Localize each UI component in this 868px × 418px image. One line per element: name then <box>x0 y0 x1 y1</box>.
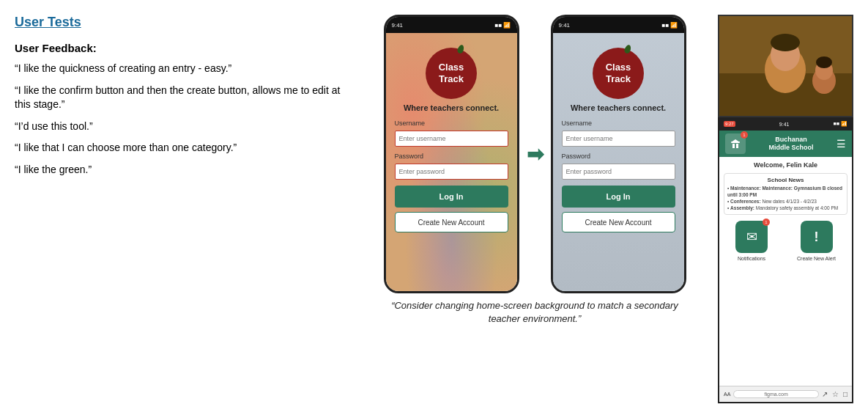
app-name-2: ClassTrack <box>606 62 631 84</box>
app-logo-2: ClassTrack <box>593 48 644 99</box>
phone2-time: 9:41 <box>559 22 571 29</box>
password-label-2: Password <box>562 153 675 160</box>
svg-marker-12 <box>731 139 740 142</box>
username-input-1[interactable] <box>395 131 508 147</box>
mob-badge: 1 <box>741 131 748 139</box>
notifications-badge: 1 <box>763 219 770 226</box>
create-account-button-1[interactable]: Create New Account <box>395 212 508 232</box>
svg-point-5 <box>771 34 800 51</box>
phone1-status-bar: 9:41 ■■ 📶 <box>386 17 517 33</box>
phones-row: 9:41 ■■ 📶 ClassTrack Where teachers conn… <box>384 15 686 293</box>
quote-2: “I like the confirm button and then the … <box>15 84 352 112</box>
mob-url-bar: AA figma.com ↗ ☆ □ <box>719 386 852 402</box>
mob-school-name: Buchanan Middle School <box>768 136 813 152</box>
user-tests-link[interactable]: User Tests <box>15 15 352 30</box>
phone1-signal: ■■ 📶 <box>495 22 511 29</box>
quote-5: “I like the green.” <box>15 163 352 177</box>
webcam-content <box>718 15 853 117</box>
create-alert-icon: ! <box>801 221 833 253</box>
username-label-2: Username <box>562 120 675 127</box>
mob-header: 1 Buchanan Middle School ☰ <box>719 131 852 157</box>
password-input-1[interactable] <box>395 164 508 180</box>
school-icon <box>730 139 741 149</box>
mob-news-item-2: • Conferences: New dates 4/1/23 - 4/2/23 <box>727 198 844 205</box>
svg-rect-10 <box>732 144 735 148</box>
feedback-heading: User Feedback: <box>15 42 352 54</box>
password-input-2[interactable] <box>562 164 675 180</box>
phone-2: 9:41 ■■ 📶 ClassTrack Where teachers conn… <box>551 15 686 293</box>
phone2-status-bar: 9:41 ■■ 📶 <box>553 17 684 33</box>
mob-news-item-3: • Assembly: Mandatory safety assembly at… <box>727 205 844 211</box>
quote-4: “I like that I can choose more than one … <box>15 141 352 155</box>
mob-status-bar: 9:27 9:41 ■■ 📶 <box>719 117 852 131</box>
username-input-2[interactable] <box>562 131 675 147</box>
username-label-1: Username <box>395 120 508 127</box>
mob-url-actions: ↗ ☆ □ <box>822 390 847 398</box>
mobile-app-screenshot: 9:27 9:41 ■■ 📶 1 Buchanan Middle School … <box>718 117 853 403</box>
create-alert-label: Create New Alert <box>797 256 836 261</box>
phone1-body: ClassTrack Where teachers connect. Usern… <box>386 33 517 291</box>
login-button-1[interactable]: Log In <box>395 186 508 208</box>
arrow-right-icon: ➡ <box>527 142 544 166</box>
apple-leaf-icon-2 <box>623 44 632 54</box>
svg-rect-11 <box>736 144 738 148</box>
mob-time: 9:41 <box>779 122 790 127</box>
create-alert-button[interactable]: ! Create New Alert <box>797 221 836 261</box>
webcam-photo <box>718 15 853 117</box>
notifications-icon: ✉ 1 <box>735 221 768 253</box>
svg-point-8 <box>816 56 832 68</box>
mob-nav-icon[interactable]: 1 <box>725 133 746 154</box>
right-panel: 9:27 9:41 ■■ 📶 1 Buchanan Middle School … <box>718 15 853 403</box>
phone2-signal: ■■ 📶 <box>662 22 678 29</box>
app-tagline-1: Where teachers connect. <box>404 103 499 112</box>
apple-leaf-icon-1 <box>456 44 465 54</box>
phone1-form: Username Password <box>386 120 517 180</box>
mob-news-box: School News • Maintenance: Maintenance: … <box>724 173 847 215</box>
mob-news-title: School News <box>727 177 844 183</box>
phone1-time: 9:41 <box>392 22 404 29</box>
app-logo-1: ClassTrack <box>426 48 477 99</box>
mob-url-aa: AA <box>724 392 730 397</box>
mob-news-item-1: • Maintenance: Maintenance: Gymnasium B … <box>727 185 844 198</box>
tabs-icon[interactable]: □ <box>843 390 847 398</box>
create-account-button-2[interactable]: Create New Account <box>562 212 675 232</box>
login-button-2[interactable]: Log In <box>562 186 675 208</box>
quote-1: “I like the quickness of creating an ent… <box>15 62 352 76</box>
mob-signal: ■■ 📶 <box>834 121 847 127</box>
phone2-body: ClassTrack Where teachers connect. Usern… <box>553 33 684 291</box>
phone-1: 9:41 ■■ 📶 ClassTrack Where teachers conn… <box>384 15 519 293</box>
app-tagline-2: Where teachers connect. <box>571 103 666 112</box>
mob-red-label: 9:27 <box>724 121 735 127</box>
bookmark-icon[interactable]: ☆ <box>832 390 839 398</box>
notifications-label: Notifications <box>738 256 765 261</box>
password-label-1: Password <box>395 153 508 160</box>
mob-url-input[interactable]: figma.com <box>733 390 819 398</box>
phone2-form: Username Password <box>553 120 684 180</box>
caption: “Consider changing home-screen backgroun… <box>388 299 681 326</box>
center-panel: 9:41 ■■ 📶 ClassTrack Where teachers conn… <box>359 15 711 403</box>
mob-welcome: Welcome, Felin Kale <box>719 157 852 173</box>
hamburger-icon[interactable]: ☰ <box>837 138 846 150</box>
notifications-button[interactable]: ✉ 1 Notifications <box>735 221 768 261</box>
left-panel: User Tests User Feedback: “I like the qu… <box>15 15 352 403</box>
share-icon[interactable]: ↗ <box>822 390 828 398</box>
app-name-1: ClassTrack <box>439 62 464 84</box>
mob-action-buttons: ✉ 1 Notifications ! Create New Alert <box>719 215 852 267</box>
quote-3: “I’d use this tool.” <box>15 120 352 134</box>
